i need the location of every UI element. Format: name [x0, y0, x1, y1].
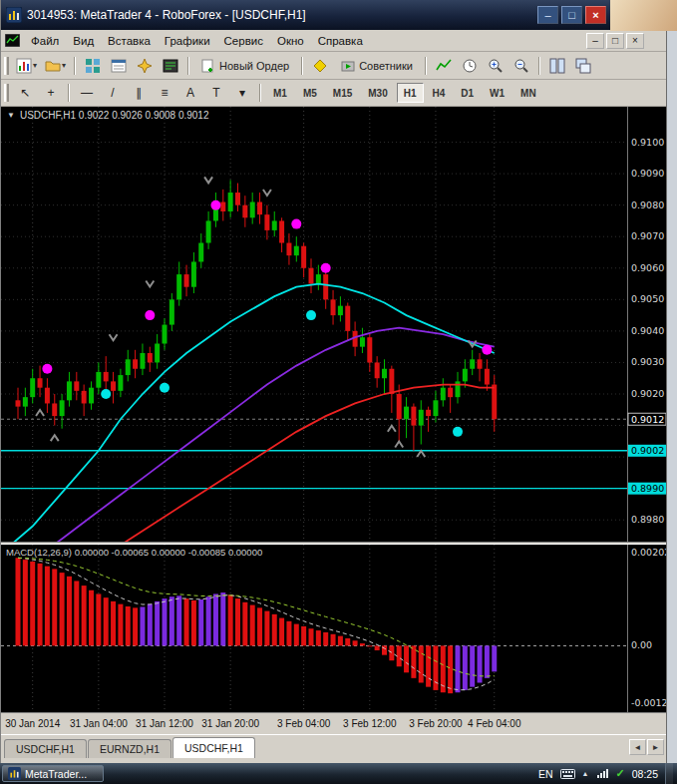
keyboard-icon[interactable] — [560, 769, 575, 779]
svg-text:0.8980: 0.8980 — [631, 514, 664, 525]
child-close-button[interactable]: × — [626, 33, 644, 49]
svg-text:0.9070: 0.9070 — [631, 230, 664, 241]
time-label: 31 Jan 04:00 — [70, 718, 128, 729]
dropdown-icon: ▾ — [33, 61, 37, 70]
network-icon[interactable] — [596, 768, 609, 779]
menubar: ФайлВидВставкаГрафикиСервисОкноСправка –… — [1, 30, 666, 52]
new-order-label: Новый Ордер — [219, 60, 289, 72]
terminal-button[interactable] — [159, 55, 182, 77]
language-indicator[interactable]: EN — [538, 768, 553, 780]
svg-text:0.00: 0.00 — [631, 639, 652, 650]
cascade-windows-button[interactable] — [571, 55, 595, 77]
zoom-in-button[interactable] — [484, 55, 508, 77]
timeframe-m5[interactable]: M5 — [296, 83, 324, 103]
shapes-icon: ▾ — [239, 86, 245, 100]
new-order-button[interactable]: Новый Ордер — [194, 55, 296, 77]
tile-windows-icon — [549, 58, 565, 74]
close-button[interactable]: × — [585, 6, 606, 24]
menu-view[interactable]: Вид — [66, 33, 101, 49]
titlebar[interactable]: 3014953: MetaTrader 4 - RoboForex - [USD… — [1, 0, 611, 30]
minimize-button[interactable]: – — [537, 6, 558, 24]
label-tool[interactable]: T — [204, 82, 228, 104]
taskbar: MetaTrader... EN ▲ ✓ 08:25 — [0, 763, 677, 784]
time-label: 3 Feb 20:00 — [409, 718, 462, 729]
market-watch-button[interactable] — [81, 55, 105, 77]
indicators-button[interactable] — [432, 55, 456, 77]
periods-icon — [462, 58, 478, 74]
child-minimize-button[interactable]: – — [586, 33, 604, 49]
timeframe-mn[interactable]: MN — [513, 83, 543, 103]
macd-canvas[interactable]: 0.002020.00-0.00124 — [1, 545, 666, 712]
clock[interactable]: 08:25 — [632, 768, 658, 780]
new-order-icon — [201, 59, 215, 73]
chart-tab-0[interactable]: USDCHF,H1 — [4, 739, 87, 758]
toolbar-separator — [187, 57, 189, 75]
time-label: 30 Jan 2014 — [5, 718, 60, 729]
timeframe-m15[interactable]: M15 — [326, 83, 359, 103]
menu-charts[interactable]: Графики — [158, 33, 217, 49]
action-center-icon[interactable]: ✓ — [616, 767, 625, 780]
tab-scroll-right-button[interactable]: ► — [647, 739, 664, 755]
toolbar-grip[interactable] — [4, 84, 9, 102]
macd-indicator-label: MACD(12,26,9) 0.00000 -0.00065 0.00000 -… — [6, 547, 262, 558]
zoom-out-button[interactable] — [509, 55, 533, 77]
timeframe-h4[interactable]: H4 — [426, 83, 453, 103]
terminal-icon — [163, 58, 178, 74]
shapes-dropdown[interactable]: ▾ — [230, 82, 254, 104]
data-window-icon — [111, 58, 127, 74]
menu-file[interactable]: Файл — [24, 33, 66, 49]
price-chart[interactable]: 0.91000.90900.90800.90700.90600.90500.90… — [1, 107, 666, 542]
new-chart-button[interactable]: ▾ — [13, 55, 40, 77]
navigator-button[interactable] — [133, 55, 157, 77]
horizontal-line-tool[interactable]: — — [75, 82, 99, 104]
data-window-button[interactable] — [107, 55, 131, 77]
svg-text:0.8990: 0.8990 — [631, 483, 664, 494]
symbol-ohlc-text: USDCHF,H1 0.9022 0.9026 0.9008 0.9012 — [20, 110, 209, 121]
crosshair-tool[interactable]: + — [39, 82, 63, 104]
timeframe-d1[interactable]: D1 — [454, 83, 481, 103]
channel-tool[interactable]: ∥ — [127, 82, 151, 104]
tab-scroll-left-button[interactable]: ◄ — [629, 739, 646, 755]
menu-insert[interactable]: Вставка — [101, 33, 158, 49]
svg-text:0.9080: 0.9080 — [631, 199, 664, 210]
trendline-tool[interactable]: / — [101, 82, 125, 104]
maximize-button[interactable]: □ — [561, 6, 582, 24]
child-restore-button[interactable]: □ — [606, 33, 624, 49]
horizontal-line-icon: — — [81, 86, 93, 100]
menu-help[interactable]: Справка — [311, 33, 370, 49]
time-label: 3 Feb 04:00 — [277, 718, 330, 729]
text-tool[interactable]: A — [178, 82, 202, 104]
hidden-icons-arrow[interactable]: ▲ — [582, 770, 589, 777]
timeframe-h1[interactable]: H1 — [397, 83, 424, 103]
toolbar-grip[interactable] — [4, 57, 9, 75]
macd-panel[interactable]: 0.002020.00-0.00124 MACD(12,26,9) 0.0000… — [1, 545, 666, 712]
expert-advisors-button[interactable]: Советники — [334, 55, 420, 77]
tile-windows-button[interactable] — [545, 55, 569, 77]
profiles-button[interactable]: ▾ — [42, 55, 69, 77]
metaeditor-button[interactable] — [308, 55, 332, 77]
chart-tab-2[interactable]: USDCHF,H1 — [172, 737, 255, 758]
chart-tab-1[interactable]: EURNZD,H1 — [88, 739, 171, 758]
desktop-wallpaper-corner — [610, 0, 677, 31]
taskbar-app-icon — [8, 767, 21, 780]
timeframe-w1[interactable]: W1 — [483, 83, 511, 103]
fibonacci-tool[interactable]: ≡ — [153, 82, 176, 104]
show-desktop-button[interactable] — [665, 763, 673, 784]
periods-button[interactable] — [458, 55, 482, 77]
time-axis[interactable]: 30 Jan 201431 Jan 04:0031 Jan 12:0031 Ja… — [1, 712, 666, 734]
chart-area: 0.91000.90900.90800.90700.90600.90500.90… — [1, 107, 666, 763]
menu-window[interactable]: Окно — [270, 33, 311, 49]
standard-toolbar: ▾ ▾ — [1, 52, 666, 80]
taskbar-app-button[interactable]: MetaTrader... — [2, 765, 104, 782]
expert-advisors-label: Советники — [359, 60, 413, 72]
svg-text:0.9100: 0.9100 — [631, 137, 664, 148]
timeframe-toolbar: M1M5M15M30H1H4D1W1MN — [265, 83, 544, 103]
timeframe-m1[interactable]: M1 — [266, 83, 294, 103]
toolbar-separator — [538, 57, 540, 75]
price-chart-canvas[interactable]: 0.91000.90900.90800.90700.90600.90500.90… — [1, 107, 666, 542]
text-icon: A — [186, 86, 194, 100]
timeframe-m30[interactable]: M30 — [361, 83, 394, 103]
toolbar-separator — [301, 57, 303, 75]
menu-service[interactable]: Сервис — [217, 33, 270, 49]
cursor-tool[interactable]: ↖ — [13, 82, 37, 104]
